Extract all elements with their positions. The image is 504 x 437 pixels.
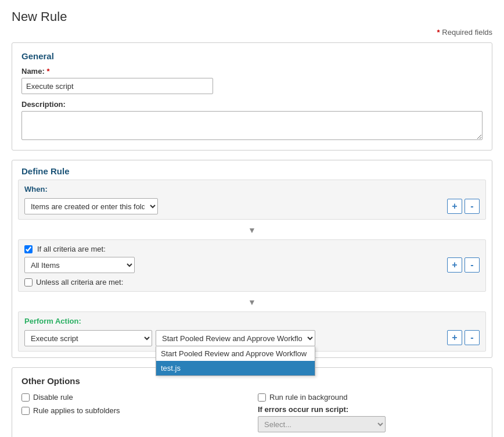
other-options-section: Other Options Disable rule Rule applies …: [12, 367, 492, 437]
unless-checkbox[interactable]: [24, 278, 33, 286]
when-row: Items are created or enter this folder I…: [24, 198, 480, 214]
when-label: When:: [24, 185, 480, 194]
define-rule-title: Define Rule: [12, 160, 492, 180]
workflow-select-wrap: Start Pooled Review and Approve Workflow…: [156, 330, 315, 346]
other-options-title: Other Options: [21, 376, 483, 386]
run-background-row: Run rule in background: [258, 393, 483, 402]
criteria-row: All Items Specific Items + -: [24, 257, 480, 273]
disable-rule-row: Disable rule: [21, 393, 246, 402]
workflow-select[interactable]: Start Pooled Review and Approve Workflow…: [156, 330, 315, 346]
if-errors-section: If errors occur run script: Select...: [258, 405, 483, 432]
name-input[interactable]: [21, 78, 213, 94]
errors-select[interactable]: Select...: [258, 416, 386, 432]
workflow-dropdown: Start Pooled Review and Approve Workflow…: [156, 346, 315, 376]
run-background-checkbox[interactable]: [258, 393, 266, 402]
criteria-add-button[interactable]: +: [447, 257, 462, 273]
options-left: Disable rule Rule applies to subfolders: [21, 393, 246, 432]
unless-row: Unless all criteria are met:: [24, 278, 480, 286]
workflow-option-2[interactable]: test.js: [156, 361, 315, 375]
perform-action-label: Perform Action:: [24, 317, 480, 325]
when-select[interactable]: Items are created or enter this folder I…: [24, 198, 158, 214]
arrow-down-2: ▼: [12, 298, 492, 307]
description-label: Description:: [21, 100, 483, 109]
when-subsection: When: Items are created or enter this fo…: [18, 180, 486, 220]
general-section-title: General: [21, 51, 483, 61]
required-fields-note: * Required fields: [12, 28, 492, 37]
criteria-label: If all criteria are met:: [37, 245, 106, 253]
when-add-button[interactable]: +: [447, 199, 462, 214]
subfolders-label: Rule applies to subfolders: [33, 406, 120, 415]
unless-label: Unless all criteria are met:: [36, 278, 123, 286]
general-section: General Name: * Description:: [12, 42, 492, 151]
subfolders-row: Rule applies to subfolders: [21, 406, 246, 415]
criteria-subsection: If all criteria are met: All Items Speci…: [18, 239, 486, 292]
run-background-label: Run rule in background: [269, 393, 347, 402]
when-plus-minus-group: + -: [447, 199, 480, 214]
name-label: Name: *: [21, 67, 483, 76]
description-input[interactable]: [21, 111, 483, 140]
perform-remove-button[interactable]: -: [465, 330, 480, 345]
subfolders-checkbox[interactable]: [21, 407, 30, 415]
perform-plus-minus-group: + -: [447, 330, 480, 345]
criteria-plus-minus-group: + -: [447, 257, 480, 273]
perform-action-subsection: Perform Action: Execute script Send emai…: [18, 311, 486, 352]
options-right: Run rule in background If errors occur r…: [258, 393, 483, 432]
criteria-remove-button[interactable]: -: [465, 257, 480, 273]
criteria-header-row: If all criteria are met:: [24, 245, 480, 253]
define-rule-section: Define Rule When: Items are created or e…: [12, 160, 492, 358]
options-grid: Disable rule Rule applies to subfolders …: [21, 393, 483, 432]
page-title: New Rule: [12, 9, 492, 24]
if-errors-label: If errors occur run script:: [258, 405, 483, 414]
workflow-option-1[interactable]: Start Pooled Review and Approve Workflow: [156, 346, 315, 361]
disable-rule-label: Disable rule: [33, 393, 73, 402]
criteria-checkbox[interactable]: [24, 245, 33, 253]
execute-select[interactable]: Execute script Send email Move item: [24, 330, 152, 346]
perform-add-button[interactable]: +: [447, 330, 462, 345]
perform-action-row: Execute script Send email Move item Star…: [24, 330, 480, 346]
when-remove-button[interactable]: -: [465, 199, 480, 214]
disable-rule-checkbox[interactable]: [21, 393, 30, 402]
arrow-down-1: ▼: [12, 225, 492, 235]
all-items-select[interactable]: All Items Specific Items: [24, 257, 135, 273]
